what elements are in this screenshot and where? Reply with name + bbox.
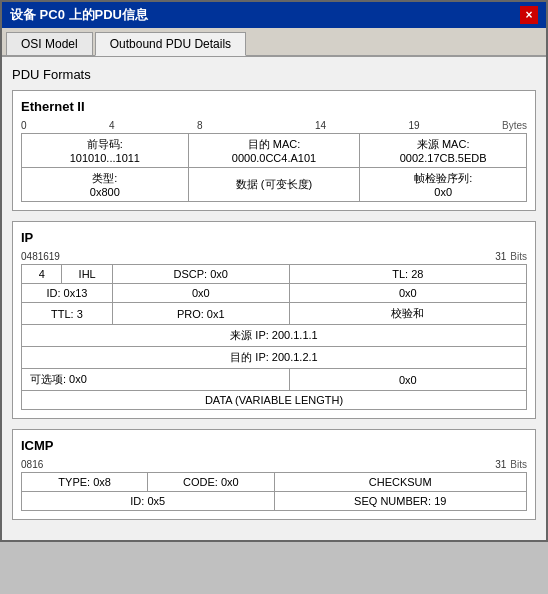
ip-section: IP 0 4 8 16 19 31 Bits 4 IHL DSCP: 0x0 T…: [12, 221, 536, 419]
title-bar: 设备 PC0 上的PDU信息 ×: [2, 2, 546, 28]
ethernet-src-mac: 来源 MAC:0002.17CB.5EDB: [360, 134, 527, 168]
ip-ihl: IHL: [62, 265, 113, 284]
icmp-section: ICMP 0 8 16 31 Bits TYPE: 0x8 CODE: 0x0 …: [12, 429, 536, 520]
table-row: 来源 IP: 200.1.1.1: [22, 325, 527, 347]
ip-src: 来源 IP: 200.1.1.1: [22, 325, 527, 347]
close-button[interactable]: ×: [520, 6, 538, 24]
tab-outbound-pdu[interactable]: Outbound PDU Details: [95, 32, 246, 56]
main-window: 设备 PC0 上的PDU信息 × OSI Model Outbound PDU …: [0, 0, 548, 542]
table-row: TYPE: 0x8 CODE: 0x0 CHECKSUM: [22, 473, 527, 492]
table-row: TTL: 3 PRO: 0x1 校验和: [22, 303, 527, 325]
table-row: ID: 0x13 0x0 0x0: [22, 284, 527, 303]
table-row: 4 IHL DSCP: 0x0 TL: 28: [22, 265, 527, 284]
content-area: PDU Formats Ethernet II 0 4 8 14 19 Byte…: [2, 57, 546, 540]
ip-dscp: DSCP: 0x0: [112, 265, 289, 284]
ethernet-section: Ethernet II 0 4 8 14 19 Bytes 前导码:101010…: [12, 90, 536, 211]
window-title: 设备 PC0 上的PDU信息: [10, 6, 148, 24]
icmp-seq: SEQ NUMBER: 19: [274, 492, 527, 511]
ip-padding: 0x0: [289, 369, 526, 391]
ip-dst: 目的 IP: 200.1.2.1: [22, 347, 527, 369]
ip-unit: Bits: [510, 251, 527, 262]
icmp-checksum: CHECKSUM: [274, 473, 527, 492]
tab-osi-model[interactable]: OSI Model: [6, 32, 93, 55]
ip-tl: TL: 28: [289, 265, 526, 284]
ip-id: ID: 0x13: [22, 284, 113, 303]
table-row: 类型:0x800 数据 (可变长度) 帧检验序列:0x0: [22, 168, 527, 202]
icmp-type: TYPE: 0x8: [22, 473, 148, 492]
ip-flags: 0x0: [112, 284, 289, 303]
ip-checksum: 校验和: [289, 303, 526, 325]
ip-version: 4: [22, 265, 62, 284]
table-row: 目的 IP: 200.1.2.1: [22, 347, 527, 369]
ethernet-fcs: 帧检验序列:0x0: [360, 168, 527, 202]
tab-bar: OSI Model Outbound PDU Details: [2, 28, 546, 57]
ip-data: DATA (VARIABLE LENGTH): [22, 391, 527, 410]
ethernet-ruler: 0 4 8 14 19 Bytes: [21, 120, 527, 131]
ethernet-unit: Bytes: [502, 120, 527, 131]
table-row: 前导码:101010...1011 目的 MAC:0000.0CC4.A101 …: [22, 134, 527, 168]
ip-options: 可选项: 0x0: [22, 369, 290, 391]
icmp-ruler: 0 8 16 31 Bits: [21, 459, 527, 470]
icmp-unit: Bits: [510, 459, 527, 470]
table-row: DATA (VARIABLE LENGTH): [22, 391, 527, 410]
ip-protocol: PRO: 0x1: [112, 303, 289, 325]
table-row: 可选项: 0x0 0x0: [22, 369, 527, 391]
ethernet-data: 数据 (可变长度): [188, 168, 360, 202]
icmp-code: CODE: 0x0: [148, 473, 274, 492]
icmp-table: TYPE: 0x8 CODE: 0x0 CHECKSUM ID: 0x5 SEQ…: [21, 472, 527, 511]
ip-ruler: 0 4 8 16 19 31 Bits: [21, 251, 527, 262]
ip-table: 4 IHL DSCP: 0x0 TL: 28 ID: 0x13 0x0 0x0 …: [21, 264, 527, 410]
ethernet-type: 类型:0x800: [22, 168, 189, 202]
icmp-id: ID: 0x5: [22, 492, 275, 511]
ip-fragment: 0x0: [289, 284, 526, 303]
ip-title: IP: [21, 230, 527, 245]
ethernet-preamble: 前导码:101010...1011: [22, 134, 189, 168]
ethernet-table: 前导码:101010...1011 目的 MAC:0000.0CC4.A101 …: [21, 133, 527, 202]
ethernet-title: Ethernet II: [21, 99, 527, 114]
ip-ttl: TTL: 3: [22, 303, 113, 325]
ethernet-dest-mac: 目的 MAC:0000.0CC4.A101: [188, 134, 360, 168]
table-row: ID: 0x5 SEQ NUMBER: 19: [22, 492, 527, 511]
icmp-title: ICMP: [21, 438, 527, 453]
pdu-formats-label: PDU Formats: [12, 67, 536, 82]
